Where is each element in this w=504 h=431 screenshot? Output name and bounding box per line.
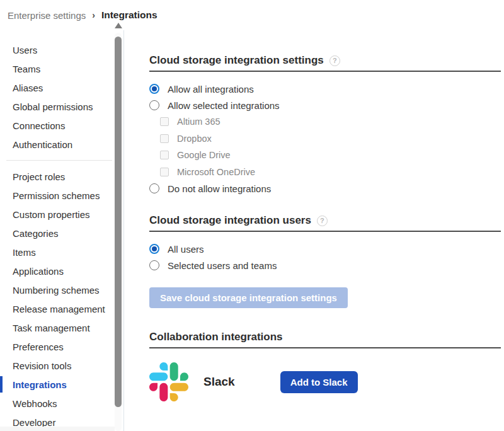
cloud-users-title: Cloud storage integration users [149,214,311,227]
add-to-slack-button[interactable]: Add to Slack [280,371,358,393]
cloud-settings-options: Allow all integrations Allow selected in… [149,81,501,197]
checkbox-label: Google Drive [177,150,231,160]
scrollbar-thumb[interactable] [115,37,122,407]
sidebar-item-authentication[interactable]: Authentication [0,135,123,154]
sidebar-item-preferences[interactable]: Preferences [0,337,123,356]
sidebar-item-global-permissions[interactable]: Global permissions [0,97,123,116]
checkbox-icon[interactable] [160,117,169,126]
radio-icon[interactable] [149,183,159,193]
checkbox-icon[interactable] [160,168,169,176]
checkbox-icon[interactable] [160,134,169,143]
checkbox-label: Dropbox [177,134,212,144]
cloud-users-header: Cloud storage integration users ? [149,214,501,232]
sidebar-item-permission-schemes[interactable]: Permission schemes [0,186,123,205]
sidebar-divider [6,160,112,161]
radio-label: Selected users and teams [168,260,277,271]
cloud-users-section: Cloud storage integration users ? All us… [149,214,501,273]
radio-allow-all-integrations[interactable]: Allow all integrations [149,81,501,97]
checkbox-label: Altium 365 [177,117,220,127]
sidebar: Users Teams Aliases Global permissions C… [0,30,124,431]
sidebar-bottom-strip [0,427,115,431]
radio-label: Allow selected integrations [168,100,280,111]
collaboration-title: Collaboration integrations [149,331,283,343]
integration-name: Slack [203,375,235,389]
sidebar-item-users[interactable]: Users [0,40,123,59]
checkbox-dropbox[interactable]: Dropbox [160,130,501,147]
cloud-settings-title: Cloud storage integration settings [149,54,324,67]
sidebar-item-teams[interactable]: Teams [0,59,123,78]
sidebar-item-integrations[interactable]: Integrations [0,375,123,394]
help-icon[interactable]: ? [317,216,328,226]
checkbox-icon[interactable] [160,151,169,159]
checkbox-microsoft-onedrive[interactable]: Microsoft OneDrive [160,164,501,181]
chevron-right-icon: › [92,10,95,20]
checkbox-label: Microsoft OneDrive [177,167,255,177]
breadcrumb-current: Integrations [101,9,158,21]
cloud-users-options: All users Selected users and teams [149,241,501,273]
sidebar-item-connections[interactable]: Connections [0,116,123,135]
radio-selected-users-and-teams[interactable]: Selected users and teams [149,257,501,273]
radio-label: Do not allow integrations [168,183,271,194]
sidebar-item-label: Integrations [13,379,67,390]
radio-icon[interactable] [149,100,159,110]
sidebar-item-items[interactable]: Items [0,243,123,261]
sidebar-item-applications[interactable]: Applications [0,261,123,280]
sidebar-item-task-management[interactable]: Task management [0,318,123,337]
slack-integration-row: Slack Add to Slack [149,362,501,401]
radio-allow-selected-integrations[interactable]: Allow selected integrations [149,97,501,113]
sidebar-scrollbar [114,23,122,431]
main-content: Cloud storage integration settings ? All… [124,30,504,431]
sidebar-item-revision-tools[interactable]: Revision tools [0,356,123,375]
sidebar-item-categories[interactable]: Categories [0,224,123,243]
radio-icon[interactable] [149,84,159,94]
sidebar-item-aliases[interactable]: Aliases [0,78,123,97]
cloud-settings-header: Cloud storage integration settings ? [149,54,501,72]
sidebar-item-webhooks[interactable]: Webhooks [0,394,123,413]
radio-label: Allow all integrations [168,84,254,95]
collaboration-header: Collaboration integrations [149,331,501,348]
checkbox-altium-365[interactable]: Altium 365 [160,113,501,130]
scrollbar-track[interactable] [115,33,122,431]
page-layout: Users Teams Aliases Global permissions C… [0,30,504,431]
breadcrumb: Enterprise settings › Integrations [0,0,504,30]
radio-do-not-allow-integrations[interactable]: Do not allow integrations [149,180,501,197]
save-cloud-settings-button[interactable]: Save cloud storage integration settings [149,287,348,308]
sidebar-item-release-management[interactable]: Release management [0,299,123,318]
checkbox-google-drive[interactable]: Google Drive [160,147,501,164]
active-item-indicator [0,376,3,393]
slack-logo-icon [149,362,188,401]
radio-all-users[interactable]: All users [149,241,501,257]
help-icon[interactable]: ? [329,55,340,66]
sidebar-item-numbering-schemes[interactable]: Numbering schemes [0,280,123,299]
scroll-up-icon[interactable] [115,23,122,28]
sidebar-item-custom-properties[interactable]: Custom properties [0,205,123,224]
radio-icon[interactable] [149,244,159,254]
radio-icon[interactable] [149,260,159,270]
collaboration-section: Collaboration integrations Slack Add to … [149,331,501,401]
radio-label: All users [168,244,204,255]
breadcrumb-parent-link[interactable]: Enterprise settings [8,10,86,21]
sidebar-item-project-roles[interactable]: Project roles [0,167,123,186]
